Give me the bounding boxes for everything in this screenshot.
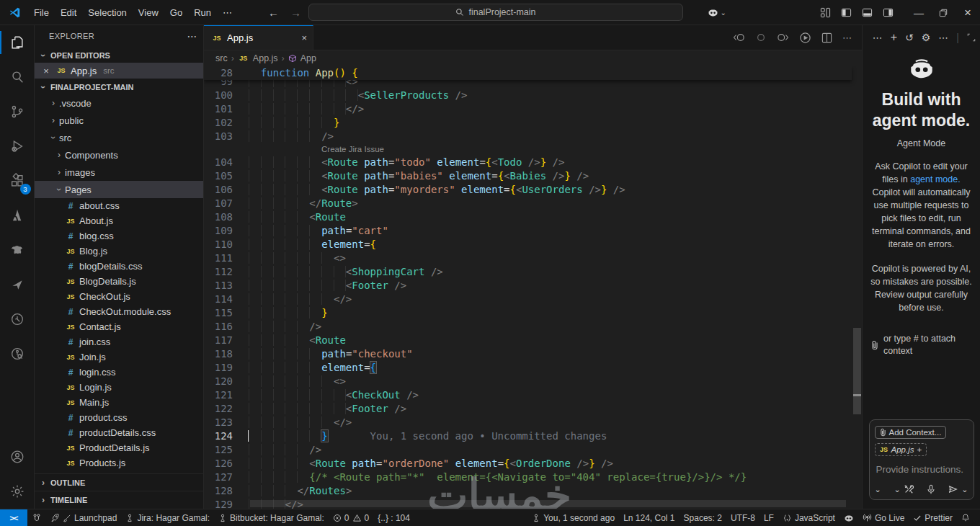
menu-selection[interactable]: Selection <box>82 5 132 20</box>
file-Products.js[interactable]: JSProducts.js <box>35 455 203 471</box>
code-line-105[interactable]: 105 <Route path="babies" element={<Babie… <box>204 169 852 183</box>
command-center-search[interactable]: finalProject-main <box>308 4 683 21</box>
explorer-icon[interactable] <box>0 25 35 60</box>
file-CheckOut.js[interactable]: JSCheckOut.js <box>35 289 203 304</box>
folder-images[interactable]: ›images <box>35 164 203 181</box>
code-line-116[interactable]: 116 /> <box>204 320 852 334</box>
file-About.js[interactable]: JSAbout.js <box>35 213 203 228</box>
code-line-107[interactable]: 107 </Route> <box>204 197 852 210</box>
menu-edit[interactable]: Edit <box>55 5 82 20</box>
file-login.css[interactable]: #login.css <box>35 365 203 380</box>
editor-more-actions-icon[interactable]: ⋯ <box>842 32 852 43</box>
tools-icon[interactable] <box>904 484 914 494</box>
file-productDetails.css[interactable]: #productDetails.css <box>35 425 203 440</box>
code-line-113[interactable]: 113 <Footer /> <box>204 279 852 293</box>
file-BlogDetails.js[interactable]: JSBlogDetails.js <box>35 274 203 289</box>
file-CheckOut.module.css[interactable]: #CheckOut.module.css <box>35 304 203 319</box>
code-line-115[interactable]: 115 } <box>204 306 852 320</box>
notifications[interactable] <box>957 509 974 526</box>
code-line-125[interactable]: 125 /> <box>204 443 852 457</box>
run-file-icon[interactable] <box>799 32 811 44</box>
run-debug-icon[interactable] <box>0 129 35 164</box>
sticky-scroll-line[interactable]: 28 function App() { <box>204 66 852 80</box>
toggle-panel-icon[interactable] <box>862 7 873 18</box>
extension-status[interactable] <box>27 509 46 526</box>
close-window-button[interactable]: × <box>956 0 980 25</box>
menu-more[interactable]: ⋯ <box>217 5 238 20</box>
copilot-status[interactable] <box>839 509 858 526</box>
code-line-114[interactable]: 114 </> <box>204 293 852 306</box>
split-editor-icon[interactable] <box>821 32 832 43</box>
model-picker-chevron-icon[interactable]: ⌄ <box>894 485 901 494</box>
paper-plane-icon[interactable] <box>0 267 35 302</box>
restore-button[interactable] <box>931 0 956 25</box>
prettier[interactable]: Prettier <box>909 509 957 526</box>
folder-public[interactable]: ›public <box>35 112 203 129</box>
source-control-icon[interactable] <box>0 94 35 129</box>
nav-back-button[interactable]: ← <box>268 6 279 19</box>
breadcrumb-file[interactable]: App.js <box>253 53 278 63</box>
file-about.css[interactable]: #about.css <box>35 198 203 213</box>
vertical-scrollbar[interactable] <box>853 328 861 414</box>
customize-layout-icon[interactable] <box>820 7 831 18</box>
explorer-more-actions-icon[interactable]: ⋯ <box>187 30 197 42</box>
bitbucket-status[interactable]: Bitbucket: Hagar Gamal: <box>214 509 329 526</box>
back-change-icon[interactable] <box>733 32 746 43</box>
timeline-section[interactable]: › TIMELINE <box>35 491 203 508</box>
code-line-126[interactable]: 126 <Route path="orderDone" element={<Or… <box>204 457 852 471</box>
current-change-icon[interactable] <box>756 32 766 43</box>
mode-picker-chevron-icon[interactable]: ⌄ <box>875 485 881 494</box>
menu-go[interactable]: Go <box>164 5 188 20</box>
code-line-119[interactable]: 119 element={ <box>204 361 852 375</box>
mic-icon[interactable] <box>927 484 935 494</box>
close-editor-icon[interactable]: × <box>40 66 52 76</box>
copilot-menu-button[interactable]: ⌄ <box>707 6 726 19</box>
code-line-101[interactable]: 101 </> <box>204 102 852 116</box>
code-line-110[interactable]: 110 element={ <box>204 238 852 251</box>
add-context-button[interactable]: Add Context... <box>875 426 947 439</box>
code-line-102[interactable]: 102 } <box>204 116 852 130</box>
jira-status[interactable]: Jira: Hagar Gamal: <box>121 509 214 526</box>
code-line-103[interactable]: 103 /> <box>204 130 852 143</box>
nest-cat-icon[interactable] <box>0 233 35 267</box>
search-panel-icon[interactable] <box>0 60 35 94</box>
breadcrumbs[interactable]: src› JS App.js› App <box>204 50 862 66</box>
chat-history-icon[interactable]: ↺ <box>905 32 914 43</box>
code-line-124[interactable]: 124 } You, 1 second ago • Uncommitted ch… <box>204 429 852 443</box>
chat-input-box[interactable]: Add Context... JS App.js + Provide instr… <box>869 419 974 500</box>
code-line-112[interactable]: 112 <ShoppingCart /> <box>204 265 852 279</box>
breadcrumb-symbol[interactable]: App <box>300 53 316 63</box>
language-mode[interactable]: JavaScript <box>778 509 839 526</box>
go-live[interactable]: Go Live <box>858 509 909 526</box>
cursor-position[interactable]: Ln 124, Col 1 <box>619 509 679 526</box>
file-ProductDetails.js[interactable]: JSProductDetails.js <box>35 440 203 455</box>
code-line-111[interactable]: 111 <> <box>204 251 852 265</box>
chat-more-icon[interactable]: ⋯ <box>873 32 883 43</box>
send-icon[interactable] <box>948 484 958 494</box>
file-join.css[interactable]: #join.css <box>35 334 203 349</box>
code-line-104[interactable]: 104 <Route path="todo" element={<Todo />… <box>204 156 852 169</box>
outline-section[interactable]: › OUTLINE <box>35 473 203 491</box>
code-line-100[interactable]: 100 <SellerProducts /> <box>204 89 852 102</box>
chat-settings-gear-icon[interactable]: ⚙ <box>922 32 931 43</box>
eol[interactable]: LF <box>760 509 778 526</box>
close-tab-icon[interactable]: × <box>301 32 307 43</box>
encoding[interactable]: UTF-8 <box>726 509 760 526</box>
code-line-122[interactable]: 122 <Footer /> <box>204 402 852 416</box>
code-line-109[interactable]: 109 path="cart" <box>204 224 852 238</box>
gitlens-icon[interactable] <box>0 336 35 371</box>
open-editors-section[interactable]: › OPEN EDITORS <box>35 47 203 63</box>
codelens-create-jira-issue[interactable]: Create Jira Issue <box>204 143 852 156</box>
folder-.vscode[interactable]: ›.vscode <box>35 94 203 112</box>
folder-pages[interactable]: ›Pages <box>35 181 203 198</box>
problems[interactable]: 00 <box>329 509 373 526</box>
file-blog.css[interactable]: #blog.css <box>35 228 203 244</box>
breadcrumb-src[interactable]: src <box>215 53 228 63</box>
code-line-118[interactable]: 118 path="checkout" <box>204 347 852 361</box>
file-blogDetails.css[interactable]: #blogDetails.css <box>35 259 203 274</box>
new-chat-icon[interactable]: + <box>891 31 897 44</box>
clock-extension-icon[interactable] <box>0 302 35 336</box>
tab-appjs[interactable]: JS App.js × <box>204 25 313 50</box>
atlassian-icon[interactable] <box>0 198 35 233</box>
file-Blog.js[interactable]: JSBlog.js <box>35 244 203 259</box>
